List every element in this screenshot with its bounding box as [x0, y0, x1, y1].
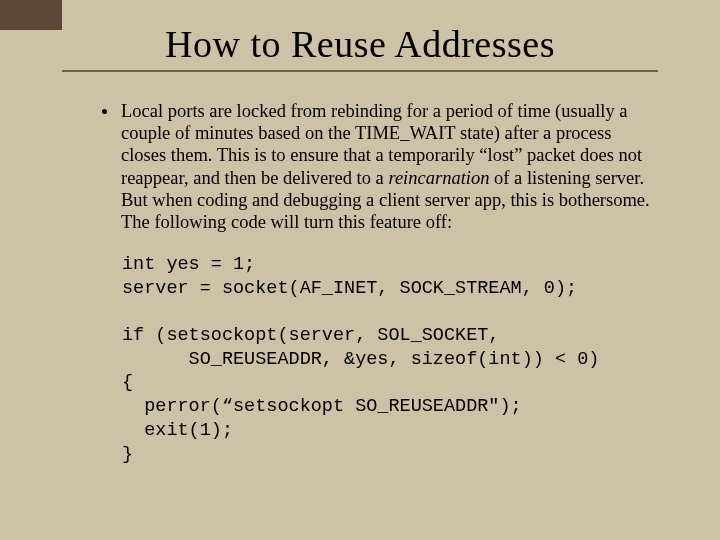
bullet-text: Local ports are locked from rebinding fo…: [121, 100, 656, 233]
bullet-text-em: reincarnation: [388, 168, 489, 188]
title-underline: [62, 70, 658, 72]
slide-title: How to Reuse Addresses: [60, 22, 660, 66]
bullet-marker: [102, 109, 107, 114]
bullet-item: Local ports are locked from rebinding fo…: [60, 100, 660, 233]
code-block: int yes = 1; server = socket(AF_INET, SO…: [60, 253, 660, 466]
slide: How to Reuse Addresses Local ports are l…: [0, 0, 720, 540]
corner-decoration: [0, 0, 62, 30]
